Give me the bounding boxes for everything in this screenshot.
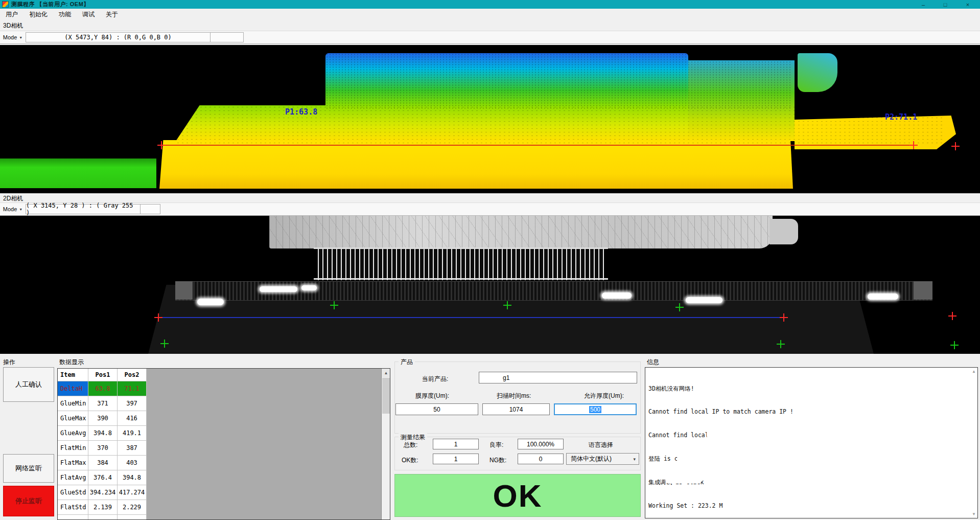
yield-field[interactable]: 100.000%: [518, 439, 564, 449]
cell-item[interactable]: GlueAvg: [58, 426, 88, 441]
film-thickness-field[interactable]: 50: [395, 403, 478, 415]
allowed-thickness-field[interactable]: 500: [554, 403, 637, 415]
result-status-banner: OK: [394, 474, 641, 517]
cell-pos1[interactable]: 384: [88, 456, 118, 470]
cell-pos1[interactable]: 2.139: [88, 500, 118, 515]
table-row[interactable]: GlueMax 390 416: [58, 411, 390, 426]
table-header-row: Item Pos1 Pos2: [58, 369, 390, 381]
cell-pos2[interactable]: 419.1: [118, 426, 147, 441]
scroll-up-icon[interactable]: ▲: [972, 369, 976, 374]
cell-pos2[interactable]: 387: [118, 441, 147, 456]
ng-count-label: NG数:: [489, 456, 506, 465]
close-button[interactable]: ×: [959, 0, 976, 9]
cell-pos2[interactable]: 7066.7: [118, 515, 147, 520]
application-window: 测膜程序 【当前用户: OEM】 – □ × 用户 初始化 功能 调试 关于 3…: [0, 0, 980, 520]
camera2d-label: 2D相机: [3, 194, 23, 203]
cell-item[interactable]: DeltaH: [58, 381, 88, 396]
scroll-down-icon[interactable]: ▼: [972, 512, 976, 516]
camera3d-status-cell: [210, 32, 244, 42]
stop-listen-button[interactable]: 停止监听: [3, 486, 54, 516]
table-row[interactable]: FlatMax 384 403: [58, 456, 390, 470]
camera2d-status-cell: [140, 204, 160, 214]
cell-pos2[interactable]: 394.8: [118, 470, 147, 485]
grid-scrollbar[interactable]: ▲: [381, 369, 390, 519]
log-line: Cannot find local IP to match camera IP …: [648, 408, 882, 416]
cell-item[interactable]: GlueMin: [58, 396, 88, 411]
heightmap-base-slab: [159, 140, 793, 189]
cell-item[interactable]: FlatMin: [58, 441, 88, 456]
cell-pos1[interactable]: 2503.5: [88, 515, 118, 520]
cell-pos1[interactable]: 390: [88, 411, 118, 426]
cell-pos2[interactable]: 416: [118, 411, 147, 426]
column-header-pos2[interactable]: Pos2: [118, 369, 147, 381]
menu-item-about[interactable]: 关于: [100, 9, 124, 20]
camera2d-pixel-readout: ( X 3145, Y 28 ) : ( Gray 255 ): [26, 204, 141, 214]
crosshair-marker-green: [675, 303, 684, 311]
camera3d-label: 3D相机: [3, 21, 23, 30]
crosshair-marker-red: [951, 142, 960, 150]
cell-pos1[interactable]: 370: [88, 441, 118, 456]
fpc-right-tab: [769, 219, 798, 244]
cell-pos2[interactable]: 403: [118, 456, 147, 470]
crosshair-marker-red: [154, 313, 162, 322]
redaction-blob: [677, 452, 819, 474]
cell-item[interactable]: FlatStd: [58, 500, 88, 515]
table-row[interactable]: Σ 2503.5 7066.7: [58, 515, 390, 520]
table-row[interactable]: FlatMin 370 387: [58, 441, 390, 456]
table-row[interactable]: FlatStd 2.139 2.229: [58, 500, 390, 515]
table-row[interactable]: GlueMin 371 397: [58, 396, 390, 411]
current-product-field[interactable]: g1: [479, 372, 637, 383]
table-row[interactable]: FlatAvg 376.4 394.8: [58, 470, 390, 485]
window-title: 测膜程序 【当前用户: OEM】: [11, 1, 89, 8]
network-listen-button[interactable]: 网络监听: [3, 454, 54, 483]
column-header-item[interactable]: Item: [58, 369, 88, 381]
menu-item-function[interactable]: 功能: [53, 9, 77, 20]
cell-pos1[interactable]: 394.8: [88, 426, 118, 441]
cell-pos2[interactable]: 397: [118, 396, 147, 411]
maximize-button[interactable]: □: [937, 0, 954, 9]
cell-pos2[interactable]: 2.229: [118, 500, 147, 515]
menu-item-debug[interactable]: 调试: [77, 9, 100, 20]
scan-time-field[interactable]: 1074: [482, 403, 550, 415]
cell-item[interactable]: Σ: [58, 515, 88, 520]
camera2d-mode-button[interactable]: Mode ▼: [1, 204, 25, 214]
cell-item[interactable]: FlatMax: [58, 456, 88, 470]
table-row[interactable]: DeltaH 63.8 71.1: [58, 381, 390, 396]
cell-pos1[interactable]: 371: [88, 396, 118, 411]
camera3d-mode-button[interactable]: Mode ▼: [1, 32, 25, 42]
selected-text: 500: [589, 406, 601, 413]
menu-item-user[interactable]: 用户: [0, 9, 24, 20]
total-count-field[interactable]: 1: [433, 439, 479, 449]
crosshair-marker-red: [157, 141, 166, 149]
scroll-up-icon[interactable]: ▲: [382, 369, 390, 377]
chevron-down-icon: ▾: [633, 457, 636, 462]
ng-count-field[interactable]: 0: [518, 454, 564, 464]
ok-count-field[interactable]: 1: [433, 454, 479, 464]
cell-pos2[interactable]: 417.274: [118, 485, 147, 500]
socket-bar-end-left: [175, 281, 193, 300]
manual-confirm-button[interactable]: 人工确认: [3, 367, 54, 402]
cell-pos1[interactable]: 63.8: [88, 381, 118, 396]
language-dropdown[interactable]: 简体中文(默认) ▾: [566, 453, 639, 465]
scrollbar-thumb[interactable]: [382, 378, 390, 414]
cell-pos2[interactable]: 71.1: [118, 381, 147, 396]
glue-highlight-blob: [260, 286, 297, 292]
scan-time-label: 扫描时间ms:: [497, 392, 531, 400]
table-row[interactable]: GlueAvg 394.8 419.1: [58, 426, 390, 441]
noise-overlay: [325, 53, 790, 109]
column-header-pos1[interactable]: Pos1: [88, 369, 118, 381]
menu-item-init[interactable]: 初始化: [24, 9, 53, 20]
minimize-button[interactable]: –: [915, 0, 932, 9]
table-row[interactable]: GlueStd 394.234 417.274: [58, 485, 390, 500]
cell-item[interactable]: GlueMax: [58, 411, 88, 426]
cell-item[interactable]: FlatAvg: [58, 470, 88, 485]
connector-rail-bottom: [314, 278, 608, 280]
info-log-box[interactable]: 3D相机没有网络! Cannot find local IP to match …: [645, 367, 978, 518]
camera3d-pixel-readout: (X 5473,Y 84) : (R 0,G 0,B 0): [26, 32, 211, 42]
cell-item[interactable]: GlueStd: [58, 485, 88, 500]
cell-pos1[interactable]: 394.234: [88, 485, 118, 500]
cell-pos1[interactable]: 376.4: [88, 470, 118, 485]
crosshair-marker-green: [503, 301, 511, 309]
chevron-down-icon: ▼: [19, 208, 22, 211]
language-dropdown-value: 简体中文(默认): [571, 455, 612, 463]
